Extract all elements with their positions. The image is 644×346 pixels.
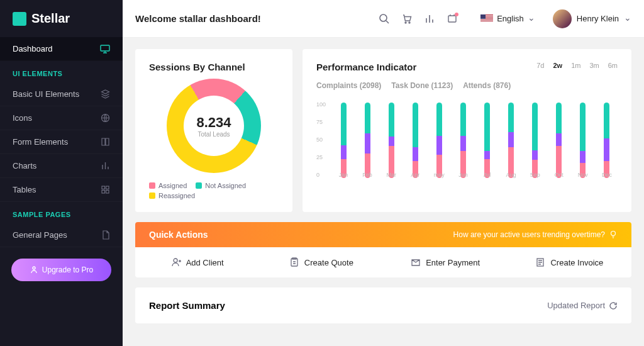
upgrade-label: Upgrade to Pro [42, 265, 93, 274]
quick-action-create-quote[interactable]: Create Quote [259, 247, 383, 277]
svg-point-7 [380, 14, 387, 21]
qa-label: Create Invoice [550, 258, 603, 267]
updated-report-button[interactable]: Updated Report [547, 301, 618, 310]
bar [413, 103, 418, 178]
welcome-text: Welcome stallar dashboard! [135, 13, 369, 24]
updated-label: Updated Report [547, 301, 605, 310]
svg-rect-10 [448, 16, 456, 22]
donut-value: 8.234 [196, 114, 231, 131]
bar-label: Mar [386, 172, 396, 178]
qa-icon [289, 257, 299, 267]
bar-label: Jun [458, 172, 468, 178]
grid-icon [101, 185, 110, 194]
sidebar-item-basic-ui[interactable]: Basic UI Elements [0, 82, 123, 106]
svg-rect-2 [102, 186, 105, 189]
bar [604, 103, 609, 178]
quick-action-create-invoice[interactable]: Create Invoice [508, 247, 631, 277]
bar-label: Apr [411, 172, 419, 178]
sidebar-item-general[interactable]: General Pages [0, 223, 123, 247]
bar [556, 103, 562, 178]
notification-icon[interactable] [445, 12, 459, 26]
sidebar-item-charts[interactable]: Charts [0, 154, 123, 178]
summary-title: Report Summary [149, 300, 225, 311]
search-icon[interactable] [377, 12, 391, 26]
brand-logo[interactable]: Stellar [0, 0, 123, 37]
svg-point-6 [33, 267, 35, 269]
sidebar-item-label: Tables [13, 185, 36, 194]
sidebar-item-label: General Pages [13, 230, 67, 240]
range-7d[interactable]: 7d [536, 62, 544, 69]
legend-label: Assigned [158, 182, 187, 189]
bar [580, 103, 586, 178]
layers-icon [101, 89, 110, 99]
sidebar-item-label: Form Elements [13, 137, 68, 147]
nav-list: Dashboard UI ELEMENTS Basic UI Elements … [0, 37, 123, 247]
sidebar-item-dashboard[interactable]: Dashboard [0, 37, 123, 61]
quick-actions-title: Quick Actions [149, 230, 208, 240]
legend-label: Reassigned [158, 192, 195, 199]
crown-icon [30, 266, 38, 274]
sidebar-item-form[interactable]: Form Elements [0, 130, 123, 154]
stats-icon[interactable] [423, 12, 436, 26]
quick-actions-body: Add ClientCreate QuoteEnter PaymentCreat… [135, 247, 631, 277]
perf-metric: Task Done (1123) [391, 81, 453, 90]
qa-label: Create Quote [304, 258, 353, 267]
bar-label: Feb [362, 172, 372, 178]
bar-label: Nov [578, 172, 588, 178]
content: Sessions By Channel 8.234 Total Leads As… [123, 38, 644, 346]
donut-center: 8.234 Total Leads [184, 96, 244, 156]
chevron-down-icon [624, 14, 631, 24]
legend-swatch [149, 193, 155, 199]
us-flag-icon [480, 14, 493, 23]
svg-rect-0 [101, 45, 109, 51]
bar [365, 103, 370, 178]
bar [341, 103, 347, 178]
performance-card: Performance Indicator 7d2w1m3m6m Complai… [303, 49, 631, 212]
perf-metric: Attends (876) [463, 81, 511, 90]
perf-metric: Complaints (2098) [316, 81, 381, 90]
donut-legend: AssignedNot AssignedReassigned [149, 182, 279, 199]
range-3m[interactable]: 3m [589, 62, 599, 69]
qa-icon [411, 257, 421, 267]
legend-item: Reassigned [149, 192, 195, 199]
legend-label: Not Assigned [205, 182, 246, 189]
quick-action-add-client[interactable]: Add Client [135, 247, 259, 277]
language-selector[interactable]: English [480, 14, 535, 24]
donut-label: Total Leads [197, 131, 230, 138]
sidebar-item-label: Dashboard [13, 44, 53, 53]
svg-point-8 [405, 22, 406, 23]
chevron-down-icon [528, 14, 535, 24]
upgrade-button[interactable]: Upgrade to Pro [11, 259, 111, 281]
user-menu[interactable]: Henry Klein [553, 9, 631, 28]
avatar [553, 9, 572, 28]
user-name: Henry Klein [577, 14, 619, 23]
language-label: English [497, 14, 524, 23]
quick-action-enter-payment[interactable]: Enter Payment [384, 247, 508, 277]
sidebar-item-tables[interactable]: Tables [0, 178, 123, 202]
sidebar-item-icons[interactable]: Icons [0, 106, 123, 130]
sidebar: Stellar Dashboard UI ELEMENTS Basic UI E… [0, 0, 123, 346]
bar-label: Oct [555, 172, 564, 178]
legend-item: Not Assigned [196, 182, 246, 189]
range-2w[interactable]: 2w [553, 62, 562, 69]
svg-rect-13 [291, 259, 297, 266]
topbar: Welcome stallar dashboard! English Henry… [123, 0, 644, 38]
bulb-icon [609, 230, 618, 239]
range-1m[interactable]: 1m [571, 62, 580, 69]
hint-text: How are your active users trending overt… [453, 230, 605, 239]
report-summary-card: Report Summary Updated Report [135, 287, 631, 323]
qa-label: Enter Payment [426, 258, 480, 267]
bar [508, 103, 514, 178]
svg-rect-3 [106, 186, 109, 189]
bar [436, 103, 442, 178]
donut-chart: 8.234 Total Leads [167, 79, 261, 173]
range-6m[interactable]: 6m [608, 62, 618, 69]
sidebar-item-label: Charts [13, 161, 36, 170]
svg-point-11 [611, 232, 616, 236]
cart-icon[interactable] [400, 12, 414, 26]
legend-item: Assigned [149, 182, 187, 189]
perf-bars: 1007550250 JanFebMarAprmayJunJulAugSepOc… [333, 101, 618, 189]
svg-rect-4 [102, 191, 105, 194]
main: Welcome stallar dashboard! English Henry… [123, 0, 644, 346]
monitor-icon [100, 45, 110, 53]
